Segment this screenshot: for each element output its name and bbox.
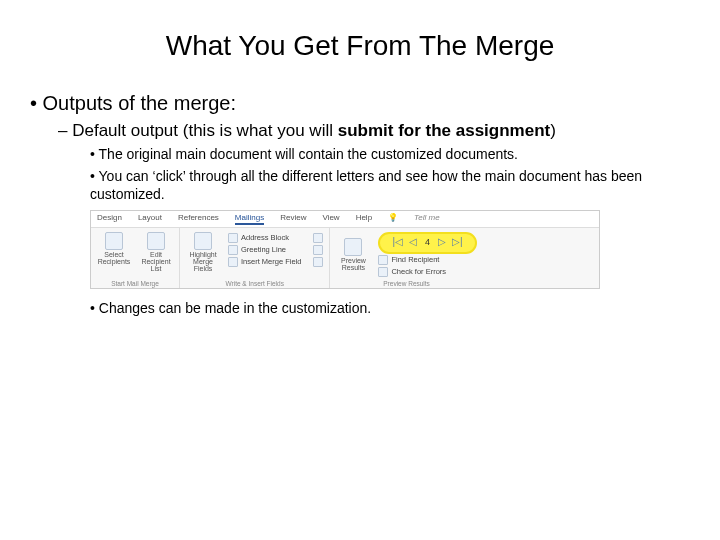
record-navigation-highlight: |◁ ◁ 4 ▷ ▷| <box>378 232 476 254</box>
ribbon-tabs: Design Layout References Mailings Review… <box>91 211 599 228</box>
word-ribbon: Design Layout References Mailings Review… <box>90 210 600 289</box>
bullet-level1: Outputs of the merge: <box>30 92 690 115</box>
tell-me[interactable]: Tell me <box>414 213 440 225</box>
tab-layout[interactable]: Layout <box>138 213 162 225</box>
highlight-icon <box>194 232 212 250</box>
group-label: Start Mail Merge <box>97 280 173 287</box>
group-preview-results: Preview Results |◁ ◁ 4 ▷ ▷| <box>330 228 482 288</box>
highlight-merge-fields-button[interactable]: Highlight Merge Fields <box>186 232 220 272</box>
tab-mailings[interactable]: Mailings <box>235 213 264 225</box>
next-record-button[interactable]: ▷ <box>438 237 446 247</box>
recipients-icon <box>105 232 123 250</box>
bullet-level3-b: You can ‘click’ through all the differen… <box>90 167 690 203</box>
check-icon <box>378 267 388 277</box>
lvl2-bold: submit for the assignment <box>338 121 551 140</box>
preview-icon <box>344 238 362 256</box>
last-record-button[interactable]: ▷| <box>452 237 463 247</box>
lvl2-suffix: ) <box>550 121 556 140</box>
find-recipient-button[interactable]: Find Recipient <box>378 255 476 265</box>
match-fields-icon[interactable] <box>313 245 323 255</box>
bullet-level3-c: Changes can be made in the customization… <box>90 299 690 317</box>
tab-references[interactable]: References <box>178 213 219 225</box>
insert-field-icon <box>228 257 238 267</box>
tab-help[interactable]: Help <box>356 213 372 225</box>
slide-title: What You Get From The Merge <box>30 30 690 62</box>
prev-record-button[interactable]: ◁ <box>409 237 417 247</box>
rules-icon[interactable] <box>313 233 323 243</box>
tab-review[interactable]: Review <box>280 213 306 225</box>
first-record-button[interactable]: |◁ <box>392 237 403 247</box>
select-recipients-button[interactable]: Select Recipients <box>97 232 131 265</box>
group-write-insert: Highlight Merge Fields Address Block Gre… <box>180 228 330 288</box>
group-start-mail-merge: Select Recipients Edit Recipient List St… <box>91 228 180 288</box>
lvl2-prefix: Default output (this is what you will <box>72 121 338 140</box>
check-errors-button[interactable]: Check for Errors <box>378 267 476 277</box>
greeting-line-button[interactable]: Greeting Line <box>228 245 301 255</box>
address-block-button[interactable]: Address Block <box>228 233 301 243</box>
preview-results-button[interactable]: Preview Results <box>336 238 370 271</box>
bullet-level2: Default output (this is what you will su… <box>58 121 690 141</box>
edit-list-icon <box>147 232 165 250</box>
tab-view[interactable]: View <box>322 213 339 225</box>
find-icon <box>378 255 388 265</box>
group-label: Write & Insert Fields <box>186 280 323 287</box>
record-number[interactable]: 4 <box>423 237 432 247</box>
greeting-line-icon <box>228 245 238 255</box>
tab-design[interactable]: Design <box>97 213 122 225</box>
address-block-icon <box>228 233 238 243</box>
lightbulb-icon: 💡 <box>388 213 398 225</box>
update-labels-icon[interactable] <box>313 257 323 267</box>
insert-merge-field-button[interactable]: Insert Merge Field <box>228 257 301 267</box>
ribbon-screenshot: Design Layout References Mailings Review… <box>90 210 600 289</box>
ribbon-toolrow: Select Recipients Edit Recipient List St… <box>91 228 599 288</box>
bullet-level3-a: The original main document will contain … <box>90 145 690 163</box>
edit-recipient-list-button[interactable]: Edit Recipient List <box>139 232 173 272</box>
group-label: Preview Results <box>336 280 476 287</box>
